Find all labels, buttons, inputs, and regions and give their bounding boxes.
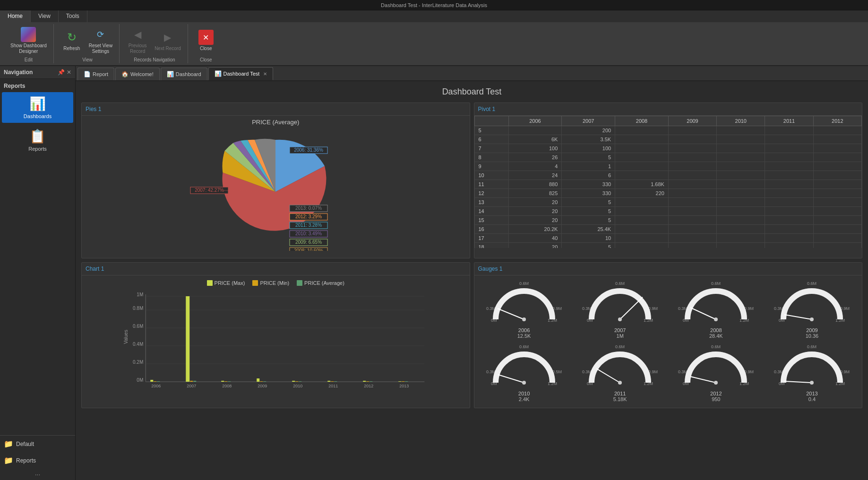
pivot-cell [668,243,716,249]
svg-text:0.4M: 0.4M [133,342,143,347]
reset-view-settings-button[interactable]: ⟳ Reset View Settings [86,25,115,56]
gauge-2006-svg: 0.6M 0.3M 0.9M 0M 1.2M [486,279,562,326]
tab-dashboard-test[interactable]: 📊 Dashboard Test ✕ [208,67,274,80]
tab-dashboard-test-close[interactable]: ✕ [263,71,267,77]
pivot-row: 7100100 [474,144,862,153]
svg-line-73 [596,369,620,383]
pie-label-2013: 2013: 0.07% [295,206,322,211]
pivot-cell [813,189,861,198]
pivot-cell [717,207,765,216]
pivot-cell [717,198,765,207]
pivot-panel-title: Pivot 1 [474,103,862,116]
pivot-cell [668,126,716,135]
ribbon-group-close-label: Close [200,57,212,62]
pivot-cell [717,171,765,180]
chart-panel-title: Chart 1 [82,263,470,275]
gauge-2009: 0.6M 0.3M 0.9M 0M 1.2M [766,279,858,339]
svg-text:0.6M: 0.6M [807,344,816,349]
pivot-cell [765,162,813,171]
pivot-cell [717,180,765,189]
pivot-col-2012: 2012 [813,116,861,126]
svg-text:0.6M: 0.6M [519,344,529,349]
legend-price-min-color [252,280,258,286]
tab-dashboard-label: Dashboard [176,71,201,77]
nav-item-dashboards[interactable]: 📊 Dashboards [2,92,73,123]
nav-pin-icon[interactable]: 📌 [58,69,65,76]
nav-bottom: 📁 Default 📁 Reports ··· [0,435,75,480]
nav-close-icon[interactable]: ✕ [67,69,71,76]
pivot-cell: 20 [508,243,562,249]
nav-more-button[interactable]: ··· [0,469,75,480]
dashboard-content: Dashboard Test Pies 1 PRICE (Average) [76,81,868,480]
pivot-body: 520066K3.5K7100100826594110246118803301.… [474,126,862,249]
pivot-cell [668,207,716,216]
close-button[interactable]: ✕ Close [194,28,218,53]
pivot-cell: 1 [562,162,615,171]
pivot-cell-id: 15 [474,216,508,225]
pivot-col-2009: 2009 [668,116,716,126]
pivot-cell: 5 [562,216,615,225]
pivot-cell-id: 7 [474,144,508,153]
ribbon-tab-home[interactable]: Home [0,10,31,22]
ribbon-tab-view[interactable]: View [31,10,59,22]
svg-text:0.6M: 0.6M [807,281,816,286]
pivot-table: 2006 2007 2008 2009 2010 2011 2012 [474,116,862,248]
pivot-cell-id: 11 [474,180,508,189]
pie-label-2010: 2010: 3.49% [295,231,322,236]
svg-text:0.2M: 0.2M [133,360,143,365]
pivot-cell [765,180,813,189]
chart-panel: Chart 1 PRICE (Max) PRICE (Min) [81,262,470,408]
pivot-cell [813,243,861,249]
svg-text:0.6M: 0.6M [711,281,721,286]
dashboard-grid: Pies 1 PRICE (Average) [81,103,862,408]
pivot-cell: 25.4K [562,225,615,234]
bar-2006-max [150,380,153,382]
previous-record-button[interactable]: ◀ Previous Record [125,25,150,56]
pivot-cell [668,198,716,207]
tab-welcome[interactable]: 🏠 Welcome! [115,68,160,80]
main-area: Navigation 📌 ✕ Reports 📊 Dashboards 📋 Re… [0,66,868,480]
reports-nav-icon: 📋 [29,129,46,144]
pivot-cell: 20 [508,207,562,216]
legend-price-avg-color [297,280,302,286]
gauge-2006-year: 2006 [518,327,530,333]
svg-text:1M: 1M [137,292,143,297]
bar-2009-max [257,378,259,382]
show-dashboard-designer-button[interactable]: Show Dashboard Designer [8,25,50,56]
svg-text:2010: 2010 [293,384,302,388]
pivot-cell [765,198,813,207]
svg-text:0.6M: 0.6M [519,281,529,286]
pivot-row: 15205 [474,216,862,225]
svg-line-66 [498,375,524,383]
bar-2012-min [366,381,369,382]
pivot-cell [615,243,669,249]
pivot-cell [717,243,765,249]
svg-text:0.8M: 0.8M [133,306,143,311]
dashboards-icon: 📊 [29,96,46,111]
nav-folder-default[interactable]: 📁 Default [0,436,75,452]
tab-report[interactable]: 📄 Report [77,68,114,80]
next-record-button[interactable]: ▶ Next Record [152,28,184,53]
svg-text:0.6M: 0.6M [615,344,625,349]
pivot-cell [615,171,669,180]
pivot-cell: 10 [562,234,615,243]
tab-dashboard[interactable]: 📊 Dashboard [161,68,207,80]
svg-text:2008: 2008 [222,384,232,388]
pivot-container[interactable]: 2006 2007 2008 2009 2010 2011 2012 [474,116,862,248]
tab-dashboard-icon: 📊 [167,71,174,77]
gauge-2007-value: 1M [617,333,624,339]
ribbon-tab-tools[interactable]: Tools [59,10,87,22]
nav-folder-reports[interactable]: 📁 Reports [0,452,75,469]
nav-item-dashboards-label: Dashboards [24,113,52,119]
gauge-2008: 0.6M 0.3M 0.9M 0M 1.2M [670,279,762,339]
svg-line-52 [690,308,716,319]
pivot-cell [615,135,669,144]
svg-point-53 [714,317,718,321]
nav-item-reports[interactable]: 📋 Reports [2,125,73,155]
refresh-button[interactable]: ↻ Refresh [60,28,84,53]
pivot-cell [813,144,861,153]
pivot-cell [813,162,861,171]
pivot-cell [668,162,716,171]
pivot-row: 10246 [474,171,862,180]
bar-2009-avg [263,381,266,382]
